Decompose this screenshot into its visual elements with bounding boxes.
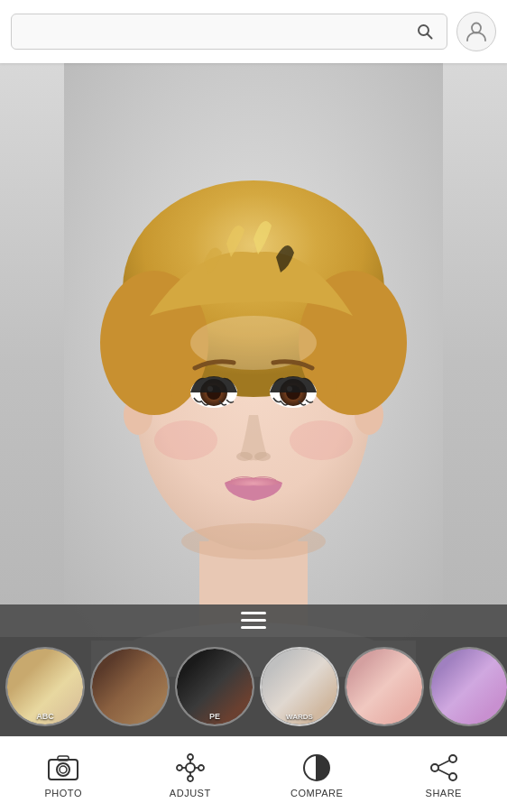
svg-point-2 <box>472 23 481 33</box>
share-icon <box>428 752 460 784</box>
svg-point-24 <box>254 452 271 461</box>
thumbnail-2[interactable] <box>90 647 170 726</box>
svg-point-35 <box>186 763 195 772</box>
svg-rect-28 <box>241 612 266 614</box>
compare-button[interactable]: COMPARE <box>281 752 353 798</box>
photo-button[interactable]: PHOTO <box>27 752 99 798</box>
svg-point-47 <box>431 764 438 771</box>
thumbnail-5[interactable] <box>345 647 424 726</box>
hamburger-icon <box>241 612 266 630</box>
thumbnails-row: ABC PE WARDS GR <box>0 637 507 736</box>
svg-point-23 <box>236 452 253 461</box>
svg-point-32 <box>57 763 69 776</box>
adjust-button[interactable]: ADJUST <box>154 752 226 798</box>
compare-label: COMPARE <box>290 788 343 798</box>
thumbnail-4[interactable]: WARDS <box>260 647 339 726</box>
top-bar <box>0 0 507 63</box>
svg-point-33 <box>60 766 67 773</box>
actions-row: PHOTO ADJUST <box>0 736 507 812</box>
search-icon <box>412 19 438 44</box>
adjust-label: ADJUST <box>170 788 211 798</box>
svg-point-39 <box>198 765 204 770</box>
search-box[interactable] <box>11 14 447 50</box>
adjust-icon <box>174 752 207 784</box>
svg-point-48 <box>449 773 456 780</box>
thumbnail-6[interactable] <box>429 647 507 726</box>
svg-point-46 <box>449 755 456 762</box>
svg-point-27 <box>181 523 326 559</box>
svg-point-36 <box>188 754 193 760</box>
thumbnail-1[interactable]: ABC <box>5 647 85 726</box>
svg-point-38 <box>177 765 182 770</box>
svg-rect-29 <box>241 619 266 622</box>
share-label: SHARE <box>426 788 462 798</box>
share-button[interactable]: SHARE <box>408 752 480 798</box>
svg-point-37 <box>188 776 193 781</box>
svg-rect-34 <box>58 756 69 761</box>
photo-label: PHOTO <box>45 788 82 798</box>
photo-icon <box>47 752 79 784</box>
svg-rect-30 <box>241 626 266 629</box>
search-input[interactable] <box>21 24 412 40</box>
svg-point-26 <box>290 420 353 460</box>
menu-strip[interactable] <box>0 604 507 637</box>
thumbnail-3[interactable]: PE <box>175 647 254 726</box>
svg-line-49 <box>438 761 449 766</box>
svg-line-1 <box>428 34 432 39</box>
bottom-toolbar: ABC PE WARDS GR <box>0 604 507 812</box>
profile-icon[interactable] <box>456 12 496 51</box>
compare-icon <box>300 752 333 784</box>
svg-point-25 <box>154 420 217 460</box>
svg-line-50 <box>438 770 449 775</box>
